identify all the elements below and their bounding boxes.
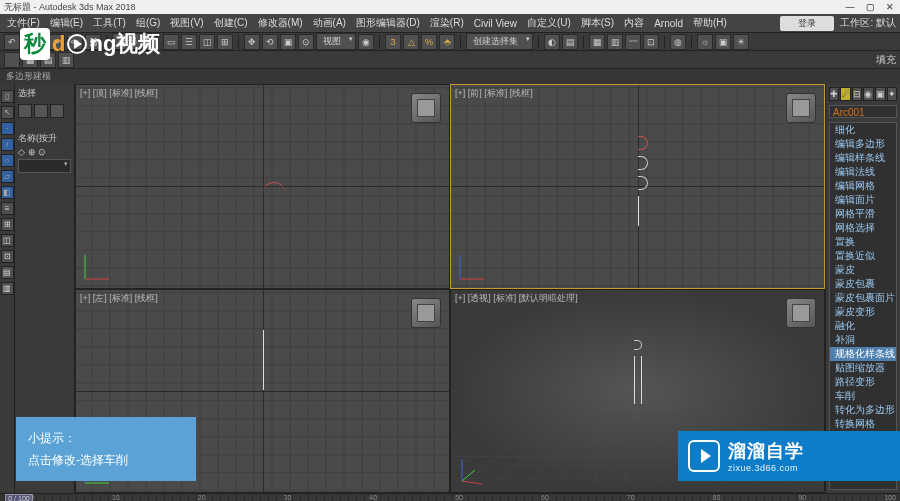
viewport-top[interactable]: [+] [顶] [标准] [线框] — [75, 84, 450, 289]
sub-border-icon[interactable]: ○ — [1, 154, 14, 167]
material-editor-icon[interactable]: ◍ — [670, 34, 686, 50]
sub-vertex-icon[interactable]: · — [1, 122, 14, 135]
freeform-icon[interactable] — [4, 52, 20, 68]
menu-custom[interactable]: 自定义(U) — [524, 16, 574, 30]
pivot-icon[interactable]: ◉ — [358, 34, 374, 50]
render-setup-icon[interactable]: ☼ — [697, 34, 713, 50]
select-region-icon[interactable]: ◫ — [199, 34, 215, 50]
modifier-item[interactable]: 贴图缩放器 — [830, 361, 896, 375]
tool-e-icon[interactable]: ▤ — [1, 266, 14, 279]
window-crossing-icon[interactable]: ⊞ — [217, 34, 233, 50]
menu-civil[interactable]: Civil View — [471, 18, 520, 29]
placement-icon[interactable]: ⊙ — [298, 34, 314, 50]
tool-a-icon[interactable]: ≡ — [1, 202, 14, 215]
undo-icon[interactable]: ↶ — [4, 34, 20, 50]
display-tab-icon[interactable]: ▣ — [875, 87, 886, 101]
hierarchy-tab-icon[interactable]: ⊟ — [852, 87, 862, 101]
viewcube-icon[interactable] — [786, 298, 816, 328]
modify-tab-icon[interactable]: ☄ — [840, 87, 850, 101]
polymodel-tab[interactable]: 多边形建模 — [6, 70, 51, 83]
select-tool-icon[interactable]: ▯ — [1, 90, 14, 103]
menu-animation[interactable]: 动画(A) — [310, 16, 349, 30]
modifier-item[interactable]: 蒙皮包裹面片 — [830, 291, 896, 305]
viewport-front[interactable]: [+] [前] [标准] [线框] — [450, 84, 825, 289]
workspace-label[interactable]: 工作区: 默认 — [840, 16, 896, 30]
render-frame-icon[interactable]: ▣ — [715, 34, 731, 50]
modifier-item[interactable]: 车削 — [830, 389, 896, 403]
menu-graph[interactable]: 图形编辑器(D) — [353, 16, 423, 30]
sub-poly-icon[interactable]: ▱ — [1, 170, 14, 183]
tool-f-icon[interactable]: ▥ — [1, 282, 14, 295]
cursor-tool-icon[interactable]: ↖ — [1, 106, 14, 119]
viewcube-icon[interactable] — [411, 298, 441, 328]
menu-arnold[interactable]: Arnold — [651, 18, 686, 29]
viewcube-icon[interactable] — [786, 93, 816, 123]
mirror-icon[interactable]: ◐ — [544, 34, 560, 50]
menu-create[interactable]: 创建(C) — [211, 16, 251, 30]
modifier-item[interactable]: 细化 — [830, 123, 896, 137]
sel-display-icon[interactable] — [34, 104, 48, 118]
sub-element-icon[interactable]: ◧ — [1, 186, 14, 199]
tool-b-icon[interactable]: ⊞ — [1, 218, 14, 231]
modifier-item[interactable]: 编辑网格 — [830, 179, 896, 193]
object-name-field[interactable]: Arc001 — [829, 105, 897, 118]
viewcube-icon[interactable] — [411, 93, 441, 123]
create-tab-icon[interactable]: ✚ — [829, 87, 839, 101]
login-button[interactable]: 登录 — [780, 16, 834, 31]
modifier-item[interactable]: 编辑法线 — [830, 165, 896, 179]
modifier-item[interactable]: 补洞 — [830, 333, 896, 347]
modifier-item[interactable]: 置换 — [830, 235, 896, 249]
scene-search[interactable] — [18, 159, 71, 173]
select-icon[interactable]: ▭ — [163, 34, 179, 50]
modifier-item[interactable]: 编辑面片 — [830, 193, 896, 207]
menu-help[interactable]: 帮助(H) — [690, 16, 730, 30]
move-icon[interactable]: ✥ — [244, 34, 260, 50]
sub-edge-icon[interactable]: / — [1, 138, 14, 151]
select-name-icon[interactable]: ☰ — [181, 34, 197, 50]
menu-script[interactable]: 脚本(S) — [578, 16, 617, 30]
sel-menu-icon[interactable] — [50, 104, 64, 118]
modifier-item[interactable]: 规格化样条线 — [830, 347, 896, 361]
maximize-button[interactable]: ▢ — [864, 2, 876, 12]
curve-editor-icon[interactable]: 〰 — [625, 34, 641, 50]
scale-icon[interactable]: ▣ — [280, 34, 296, 50]
sel-filter-icon[interactable] — [18, 104, 32, 118]
modifier-item[interactable]: 编辑多边形 — [830, 137, 896, 151]
modifier-item[interactable]: 蒙皮 — [830, 263, 896, 277]
schematic-icon[interactable]: ⊡ — [643, 34, 659, 50]
time-slider[interactable]: 0 / 100 0102030405060708090100 — [0, 493, 900, 501]
menu-modifier[interactable]: 修改器(M) — [255, 16, 306, 30]
spinner-snap-icon[interactable]: ⬘ — [439, 34, 455, 50]
layer-explorer-icon[interactable]: ▥ — [607, 34, 623, 50]
menu-content[interactable]: 内容 — [621, 16, 647, 30]
time-marker[interactable]: 0 / 100 — [5, 494, 33, 502]
motion-tab-icon[interactable]: ◉ — [863, 87, 873, 101]
angle-snap-icon[interactable]: △ — [403, 34, 419, 50]
named-selection[interactable]: 创建选择集 — [466, 33, 533, 50]
sort-label[interactable]: 名称(按升 — [18, 132, 71, 145]
tool-d-icon[interactable]: ⊡ — [1, 250, 14, 263]
modifier-item[interactable]: 置换近似 — [830, 249, 896, 263]
tool-c-icon[interactable]: ◫ — [1, 234, 14, 247]
modifier-item[interactable]: 转换网格 — [830, 417, 896, 431]
modifier-item[interactable]: 蒙皮变形 — [830, 305, 896, 319]
minimize-button[interactable]: — — [844, 2, 856, 12]
modifier-item[interactable]: 编辑样条线 — [830, 151, 896, 165]
utilities-tab-icon[interactable]: ✦ — [887, 87, 897, 101]
menu-render[interactable]: 渲染(R) — [427, 16, 467, 30]
modifier-item[interactable]: 蒙皮包裹 — [830, 277, 896, 291]
snap-toggle-icon[interactable]: 3 — [385, 34, 401, 50]
percent-snap-icon[interactable]: % — [421, 34, 437, 50]
align-icon[interactable]: ▤ — [562, 34, 578, 50]
scene-tree-root[interactable]: ◇ ⊕ ⊙ — [18, 147, 71, 157]
menu-view[interactable]: 视图(V) — [167, 16, 206, 30]
rotate-icon[interactable]: ⟲ — [262, 34, 278, 50]
close-button[interactable]: ✕ — [884, 2, 896, 12]
render-icon[interactable]: ☀ — [733, 34, 749, 50]
modifier-item[interactable]: 网格平滑 — [830, 207, 896, 221]
coord-system[interactable]: 视图 — [316, 33, 356, 50]
modifier-item[interactable]: 网格选择 — [830, 221, 896, 235]
modifier-item[interactable]: 转化为多边形 — [830, 403, 896, 417]
layer-icon[interactable]: ▦ — [589, 34, 605, 50]
modifier-item[interactable]: 融化 — [830, 319, 896, 333]
